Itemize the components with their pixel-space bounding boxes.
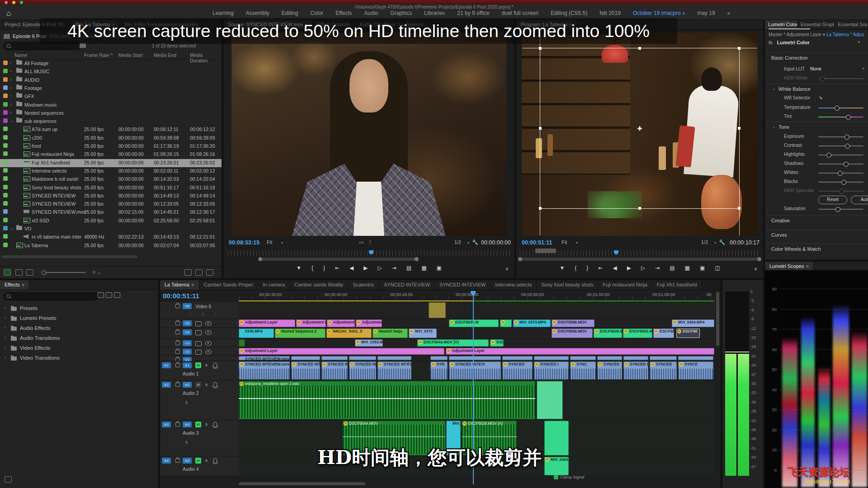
table-row-footage[interactable]: ›Footage — [0, 84, 222, 93]
clip-dscf5028-mo[interactable]: fxDSCF5028.MO — [594, 328, 622, 338]
twirl-icon[interactable]: › — [5, 335, 6, 340]
toggle-output-eye-icon[interactable] — [205, 341, 212, 346]
tint-slider[interactable] — [818, 117, 863, 117]
track-header-a2[interactable]: A2A2MSAudio 20ˌ — [160, 380, 239, 420]
clip-0336-mp4[interactable]: 0336.MP4 — [239, 328, 274, 338]
zoom-slider-handle[interactable] — [42, 270, 47, 275]
pan-knob[interactable]: 0ˌ — [185, 440, 189, 445]
track-lane-a2[interactable]: fxestepona_mealtime open 2.wav — [239, 380, 714, 420]
workspace-tab-color[interactable]: Color — [310, 10, 323, 16]
clip-v1[interactable] — [597, 356, 622, 360]
clip-synced-intevi[interactable]: fxSYNCED INTEVI — [377, 361, 411, 380]
clip-a2[interactable] — [537, 381, 563, 419]
program-scrollbar[interactable] — [520, 258, 760, 261]
clip-syn[interactable]: fxSYN — [430, 361, 448, 380]
twirl-icon[interactable]: › — [5, 315, 6, 320]
toggle-sync-icon[interactable] — [195, 330, 202, 335]
table-row-all-music[interactable]: ›ALL MUSIC — [0, 68, 222, 76]
shadows-slider[interactable] — [818, 164, 863, 164]
lumetri-row-contrast[interactable]: Contrast — [765, 141, 868, 150]
voiceover-mic-icon[interactable] — [213, 458, 217, 463]
workspace-tab-21-by-9-office[interactable]: 21 by 9 office — [457, 10, 489, 16]
lumetri-row-hdr-white[interactable]: HDR White — [765, 74, 868, 82]
table-row-mixdown-music[interactable]: ›Mixdown music — [0, 101, 222, 109]
tree-item-lumetri-presets[interactable]: ›Lumetri Presets — [0, 314, 158, 324]
program-mini-ruler[interactable] — [520, 250, 760, 256]
clip-synced-in[interactable]: fxSYNCED IN — [321, 361, 348, 380]
extract-button[interactable]: ▦ — [685, 265, 690, 271]
settings-wrench-icon[interactable]: 🔧 — [472, 239, 478, 245]
new-custom-bin-icon[interactable] — [5, 476, 12, 483]
clip-adjustment-layer[interactable]: fxAdjustment Layer — [446, 348, 714, 355]
project-column-headers[interactable]: NameFrame Rate ^Media StartMedia EndMedi… — [0, 52, 222, 60]
project-writable-icon[interactable] — [4, 269, 11, 276]
mark-in-button[interactable]: { — [311, 265, 313, 271]
slider-knob[interactable] — [845, 144, 850, 149]
chevron-down-icon[interactable]: ▾ — [858, 40, 860, 44]
clip-v1[interactable] — [678, 356, 713, 360]
label-color-chip[interactable] — [3, 135, 8, 140]
clip-dscf5066-mov[interactable]: fxDSCF5066.MOV — [552, 319, 594, 327]
toggle-output-eye-icon[interactable] — [205, 330, 212, 335]
twirl-icon[interactable]: › — [10, 110, 11, 115]
track-header-v2[interactable]: V2 — [160, 347, 239, 356]
twirl-icon[interactable]: › — [10, 61, 11, 65]
table-row-maidstone-b-roll-sarah[interactable]: Maidstone b roll sarah25.00 fps00:00:00:… — [0, 175, 222, 183]
lumetri-row-shadows[interactable]: Shadows — [765, 160, 868, 168]
lumetri-row-creative[interactable]: Creative — [765, 217, 868, 225]
add-marker-button[interactable]: ▼ — [559, 265, 565, 271]
twirl-icon[interactable]: › — [10, 94, 11, 98]
workspace-tab-editing-cs5-5[interactable]: Editing (CS5.5) — [551, 10, 587, 16]
twirl-icon[interactable]: › — [5, 355, 6, 360]
slider-knob[interactable] — [844, 162, 849, 167]
clip-nested-sequ[interactable]: fxNested Sequ — [373, 328, 408, 338]
clip-synced[interactable]: fxSYNCED — [650, 361, 677, 380]
track-lane-v3[interactable]: fxMVI_0353.MfxDSCF5044.MOV [V]fxDSCF5 — [239, 339, 714, 347]
sort-icons[interactable]: ≡ ⌄ — [93, 269, 101, 275]
tab-essential-sound[interactable]: Essential Sound — [835, 20, 868, 29]
track-select-a2[interactable]: A2 — [183, 382, 192, 388]
clip-synced-inteview-mov-v[interactable]: SYNCED INTEVIEW.mov [V] — [239, 356, 290, 360]
new-bin-icon[interactable] — [184, 269, 192, 276]
lock-icon[interactable] — [175, 350, 180, 354]
lumetri-row-buttons[interactable]: ResetAuto — [765, 196, 868, 204]
voiceover-mic-icon[interactable] — [213, 382, 217, 387]
slider-knob[interactable] — [826, 153, 831, 158]
timeline-horizontal-scrollbar[interactable] — [239, 482, 365, 485]
lock-icon[interactable] — [175, 383, 180, 387]
program-resolution-select[interactable]: 1/2 — [701, 239, 708, 245]
track-lane-a1[interactable]: fxSYNCED INTEVIEW.mov [A]fxSYNCED INTEfx… — [239, 361, 714, 380]
twirl-icon[interactable]: › — [10, 77, 11, 82]
slider-knob[interactable] — [835, 207, 840, 212]
lumetri-row-saturation[interactable]: Saturation — [765, 205, 868, 213]
hdr-specular-slider[interactable] — [818, 191, 863, 192]
clip-ninjav-s001-s[interactable]: fxNINJAV_S001_S — [326, 328, 372, 338]
lumetri-row-basic-correction[interactable]: Basic Correction — [765, 54, 868, 62]
track-select-a4[interactable]: A4 — [183, 458, 192, 464]
delete-icon[interactable] — [206, 269, 213, 276]
clip-synced-intevi[interactable]: fxSYNCED INTEVI — [449, 361, 501, 380]
clip-mvi-0370[interactable]: fxMVI_0370 — [409, 328, 437, 338]
lumetri-row-wb-selector[interactable]: WB Selector↘ — [765, 94, 868, 102]
program-timecode[interactable]: 00:00:51:11 — [522, 239, 552, 246]
lock-icon[interactable] — [175, 459, 180, 463]
table-row-fuji-restaurant-ninja[interactable]: Fuji restaurant Ninja25.00 fps00:00:00:0… — [0, 150, 222, 159]
lumetri-row-highlights[interactable]: Highlights — [765, 150, 868, 159]
timeline-timecode[interactable]: 00:00:51:11 — [163, 292, 199, 300]
label-color-chip[interactable] — [3, 243, 8, 247]
contrast-slider[interactable] — [818, 145, 863, 146]
label-color-chip[interactable] — [3, 94, 8, 98]
table-row-a7iii-sum-up[interactable]: A7iii sum up25.00 fps00:00:00:0000:06:12… — [0, 126, 222, 134]
clip-v1[interactable] — [623, 356, 648, 360]
mute-button[interactable]: M — [195, 382, 201, 388]
chevron-down-icon[interactable]: ⌄ — [772, 124, 776, 129]
source-playhead-marker[interactable] — [369, 250, 373, 255]
source-patch-a3[interactable]: A3 — [162, 422, 171, 427]
yuv-effects-filter-icon[interactable] — [114, 292, 120, 298]
blacks-slider[interactable] — [818, 182, 863, 183]
timeline-vertical-scrollbar[interactable] — [716, 292, 719, 346]
clip-v1[interactable] — [502, 356, 533, 360]
source-patch-a2[interactable]: A2 — [162, 382, 171, 388]
lumetri-row-tint[interactable]: Tint — [765, 113, 868, 121]
highlights-slider[interactable] — [818, 155, 863, 155]
